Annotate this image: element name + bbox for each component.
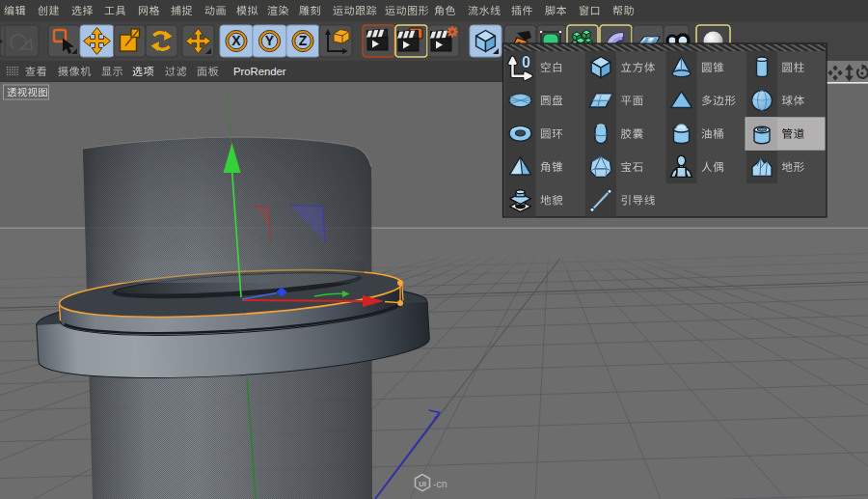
svg-text:ProRender: ProRender (233, 66, 286, 77)
svg-text:Y: Y (265, 33, 275, 48)
svg-text:-cn: -cn (433, 478, 448, 489)
svg-text:X: X (231, 33, 241, 48)
svg-text:0: 0 (522, 54, 530, 70)
svg-text:UI: UI (419, 480, 426, 488)
svg-text:Z: Z (299, 33, 308, 48)
